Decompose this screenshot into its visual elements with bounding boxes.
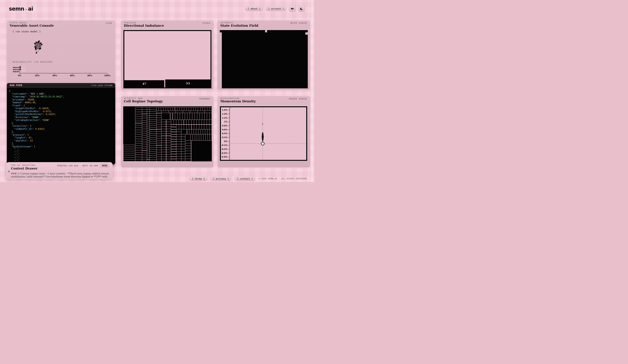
svg-text:0.8%: 0.8%: [222, 125, 228, 127]
contact-button[interactable]: [ contact ]: [235, 176, 255, 181]
long-pct-bar: 47: [124, 80, 164, 87]
svg-text:1.6%: 1.6%: [222, 109, 228, 111]
short-pct-value: 53: [186, 82, 190, 85]
svg-text:60%: 60%: [70, 74, 75, 77]
raw-feed-title: RAW FEED: [10, 84, 22, 87]
logo-dot-icon: [26, 9, 27, 10]
pressure-title: Directional Imbalance: [124, 24, 164, 27]
long-pct-value: 47: [142, 82, 146, 85]
raw-feed-json-stream[interactable]: { "instrument": "BTC / USD", "timestamp"…: [7, 88, 115, 165]
automata-header: AUTOMATA State Evolution Field BYTE STAT…: [218, 20, 310, 28]
momentum-panel: ACCELERATION Momentum Density PHASE SPAC…: [217, 96, 310, 168]
cell-regime-treemap: [123, 106, 212, 161]
drawer-bullet-icon: [8, 171, 10, 172]
svg-text:0.6%: 0.6%: [222, 129, 228, 131]
mute-button[interactable]: [289, 5, 296, 12]
raw-feed-stream-badge: live json stream: [91, 84, 112, 87]
open-drawer-button[interactable]: OPEN: [100, 164, 109, 168]
live-badge: LIVE: [106, 22, 112, 24]
automata-title: State Evolution Field: [220, 24, 258, 27]
svg-text:1%: 1%: [224, 121, 228, 123]
terms-button[interactable]: [ terms ]: [189, 176, 207, 181]
moon-icon: [300, 7, 303, 11]
footer: [ terms ] [ privacy ] [ contact ] © 2026…: [189, 176, 307, 181]
svg-text:100%: 100%: [104, 74, 111, 77]
directional-imbalance-chart: 47 53: [123, 30, 211, 88]
reachability-title: REACHABILITY (1H HORIZON): [12, 61, 53, 63]
about-button[interactable]: [ about ]: [245, 6, 263, 11]
svg-text:40%: 40%: [52, 74, 57, 77]
svg-text:0%: 0%: [224, 140, 228, 143]
logo: semn ai: [9, 6, 33, 12]
reachability-bar-chart: 0%20%40%60%80%100%5% move1%10% move1%15%…: [12, 65, 115, 77]
svg-text:1.2%: 1.2%: [222, 117, 228, 119]
state-model-header: STATE MODEL Venerable Asset Console LIVE: [7, 20, 115, 28]
drawer-title: Context Drawer: [11, 167, 37, 170]
drawer-briefing-text: ### 1) Current regime (next ~1 hour cont…: [11, 172, 109, 178]
svg-text:15% move: 15% move: [12, 70, 19, 73]
momentum-header: ACCELERATION Momentum Density PHASE SPAC…: [218, 96, 310, 104]
activity-header: ACTIVITY MAP Cell Regime Topology TREEMA…: [121, 96, 214, 104]
svg-text:1.4%: 1.4%: [222, 113, 228, 115]
speaker-muted-icon: [291, 7, 294, 11]
svg-text:80%: 80%: [87, 74, 92, 77]
svg-text:0%: 0%: [22, 70, 26, 73]
phase-space-badge: PHASE SPACE: [289, 98, 307, 100]
briefing-label: THE.AI BRIEFING: [11, 164, 35, 166]
logo-word-semn: semn: [9, 6, 24, 12]
drawer-meta: UPDATED 13M AGO · NEXT IN 46M OPEN: [57, 164, 109, 168]
svg-text:-0.2%: -0.2%: [221, 144, 228, 146]
svg-text:-0.6%: -0.6%: [221, 152, 228, 154]
pressure-header: PRESSURE Directional Imbalance TICKS: [121, 20, 214, 28]
svg-text:-0.8%: -0.8%: [221, 156, 228, 158]
account-button[interactable]: [ account ]: [266, 6, 287, 11]
state-evolution-field: [220, 30, 308, 88]
automata-panel: AUTOMATA State Evolution Field BYTE STAT…: [217, 20, 310, 90]
ticks-badge: TICKS: [202, 22, 211, 24]
treemap-badge: TREEMAP: [199, 98, 211, 100]
pressure-panel: PRESSURE Directional Imbalance TICKS 47 …: [121, 20, 214, 90]
short-pct-bar: 53: [165, 79, 211, 87]
momentum-plot: 1.6%1.4%1.2%1%0.8%0.6%0.4%0.2%0%-0.2%-0.…: [221, 107, 306, 160]
privacy-button[interactable]: [ privacy ]: [211, 176, 232, 181]
activity-title: Cell Regime Topology: [124, 99, 163, 103]
momentum-title: Momentum Density: [220, 99, 256, 103]
copyright-text: © 2026 SEMN.AI · ALL RIGHTS RESERVED: [258, 177, 307, 180]
state-model-panel: STATE MODEL Venerable Asset Console LIVE…: [7, 20, 115, 167]
raw-feed-header: RAW FEED live json stream: [7, 83, 115, 88]
svg-text:0.4%: 0.4%: [222, 132, 228, 135]
svg-text:0%: 0%: [18, 74, 21, 77]
drawer-updated-text: UPDATED 13M AGO · NEXT IN 46M: [57, 164, 98, 167]
byte-state-badge: BYTE STATE: [291, 22, 307, 24]
semn-ai-dashboard: semn ai [ about ] [ account ] STATE MODE…: [0, 0, 314, 182]
state-model-title: Venerable Asset Console: [10, 24, 54, 27]
svg-text:0.2%: 0.2%: [222, 136, 228, 139]
dark-mode-button[interactable]: [298, 5, 305, 12]
raw-feed-panel: RAW FEED live json stream { "instrument"…: [7, 83, 115, 165]
logo-word-ai: ai: [28, 6, 33, 12]
svg-text:-0.4%: -0.4%: [221, 148, 228, 150]
run-state-model-button[interactable]: [ run state model ]: [12, 30, 41, 33]
state-graph-visualization: [33, 40, 44, 54]
svg-text:20%: 20%: [35, 74, 40, 77]
context-drawer: THE.AI BRIEFING Context Drawer UPDATED 1…: [6, 162, 113, 179]
top-nav: [ about ] [ account ]: [245, 5, 305, 12]
page-scrollbar[interactable]: [311, 0, 314, 182]
momentum-density-chart: 1.6%1.4%1.2%1%0.8%0.6%0.4%0.2%0%-0.2%-0.…: [220, 106, 307, 161]
activity-map-panel: ACTIVITY MAP Cell Regime Topology TREEMA…: [121, 96, 214, 168]
